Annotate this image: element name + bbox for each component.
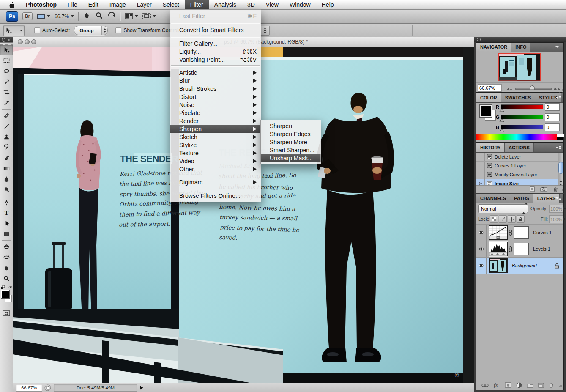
arrange-documents-button[interactable] [37,13,50,20]
history-scrollbar[interactable] [558,153,563,186]
tool-marquee[interactable] [0,55,13,66]
navigator-thumbnail[interactable] [498,53,541,81]
adjustment-layer-icon[interactable] [516,382,522,388]
spectrum-black[interactable] [557,137,563,140]
menu-photoshop[interactable]: Photoshop [20,0,62,9]
tool-zoom[interactable] [0,273,13,284]
tools-panel-header[interactable] [0,37,13,43]
lock-position-button[interactable] [508,215,516,223]
menu-item-pixelate[interactable]: Pixelate [170,109,261,117]
menu-select[interactable]: Select [157,0,185,9]
resize-grip[interactable] [559,189,563,192]
auto-select-group-dropdown[interactable]: Group [74,26,108,35]
tab-color[interactable]: COLOR [476,93,501,102]
foreground-color-swatch[interactable] [1,290,9,298]
curves-thumbnail[interactable] [489,225,508,240]
color-spectrum-bar[interactable] [476,134,557,140]
bridge-button[interactable]: Br [22,12,33,20]
new-group-icon[interactable] [527,383,533,388]
lock-all-button[interactable] [517,215,525,223]
layer-row-curves[interactable]: Curves 1 [476,225,563,241]
menu-item-digimarc[interactable]: Digimarc [170,178,261,186]
tool-brush[interactable] [0,121,13,132]
visibility-toggle[interactable] [476,258,487,274]
resize-grip[interactable] [559,89,563,93]
panel-menu-icon[interactable] [555,45,562,49]
hand-tool-button[interactable] [83,11,91,21]
rotate-view-button[interactable] [107,11,116,21]
menu-filter[interactable]: Filter [185,0,209,9]
levels-thumbnail[interactable] [489,242,508,256]
menu-item-blur[interactable]: Blur [170,77,261,85]
tab-channels[interactable]: CHANNELS [476,194,510,203]
blue-slider-thumb[interactable] [499,129,504,132]
menu-item-browse-filters-online[interactable]: Browse Filters Online... [170,191,261,200]
new-doc-from-state-icon[interactable] [529,186,536,192]
green-slider-track[interactable] [501,115,543,119]
menu-3d[interactable]: 3D [242,0,260,9]
lock-pixels-button[interactable] [499,215,507,223]
tab-paths[interactable]: PATHS [510,194,533,203]
menu-item-convert-smart-filters[interactable]: Convert for Smart Filters [170,25,261,34]
panel-menu-icon[interactable] [555,146,562,150]
scrollbar-thumb[interactable] [558,162,563,174]
tool-clone-stamp[interactable] [0,132,13,142]
zoom-tool-button[interactable] [95,11,103,21]
submenu-item-sharpen-edges[interactable]: Sharpen Edges [261,130,321,138]
menu-item-liquify[interactable]: Liquify...⇧⌘X [170,47,261,55]
menu-item-brush-strokes[interactable]: Brush Strokes [170,85,261,93]
tool-shape[interactable] [0,229,13,239]
lock-transparency-button[interactable] [490,215,498,223]
menu-item-distort[interactable]: Distort [170,93,261,101]
red-slider-thumb[interactable] [499,109,504,112]
foreground-color-swatch[interactable] [480,105,492,117]
spectrum-white[interactable] [557,134,564,137]
tool-history-brush[interactable] [0,142,13,153]
show-transform-checkbox[interactable] [115,27,121,33]
layer-name[interactable]: Background [512,263,537,268]
tool-eraser[interactable] [0,153,13,163]
auto-select-checkbox[interactable] [34,27,40,33]
visibility-toggle[interactable] [476,225,487,241]
layer-row-levels[interactable]: Levels 1 [476,241,563,258]
tool-lasso[interactable] [0,66,13,77]
status-menu-arrow-icon[interactable] [140,386,143,390]
close-button[interactable] [18,39,23,44]
menu-file[interactable]: File [62,0,83,9]
tool-3d-rotate[interactable] [0,241,13,252]
submenu-item-unsharp-mask[interactable]: Unsharp Mask... [261,154,321,162]
quick-mask-button[interactable] [0,308,13,318]
layer-name[interactable]: Levels 1 [533,247,550,252]
submenu-item-smart-sharpen[interactable]: Smart Sharpen... [261,146,321,154]
fill-arrow-icon[interactable] [563,217,566,221]
green-slider-thumb[interactable] [499,119,504,122]
background-thumbnail[interactable] [489,258,508,273]
dock-header[interactable] [474,37,566,42]
layer-name[interactable]: Curves 1 [533,230,552,235]
history-source-well[interactable] [476,170,485,179]
menu-item-render[interactable]: Render [170,117,261,125]
submenu-item-sharpen[interactable]: Sharpen [261,122,321,130]
tab-history[interactable]: HISTORY [476,143,505,152]
green-value-field[interactable]: 0 [545,113,560,121]
history-source-well[interactable] [476,162,485,170]
zoom-out-icon[interactable] [507,87,513,90]
menu-item-sketch[interactable]: Sketch [170,133,261,141]
layer-mask-thumbnail[interactable] [514,243,529,255]
tool-pen[interactable] [0,197,13,208]
tool-gradient[interactable] [0,163,13,174]
tool-blur[interactable] [0,174,13,184]
red-value-field[interactable]: 0 [545,103,560,111]
panel-menu-icon[interactable] [555,197,562,200]
menu-item-vanishing-point[interactable]: Vanishing Point...⌥⌘V [170,55,261,63]
status-zoom-field[interactable]: 66.67% [16,384,42,392]
menu-window[interactable]: Window [284,0,316,9]
tool-type[interactable]: T [0,208,13,218]
submenu-item-sharpen-more[interactable]: Sharpen More [261,138,321,146]
panel-menu-icon[interactable] [555,96,562,100]
tab-swatches[interactable]: SWATCHES [501,93,536,102]
zoom-window-button[interactable] [31,39,36,44]
tool-move[interactable] [0,45,13,55]
tab-actions[interactable]: ACTIONS [505,143,534,152]
visibility-toggle[interactable] [476,241,487,257]
